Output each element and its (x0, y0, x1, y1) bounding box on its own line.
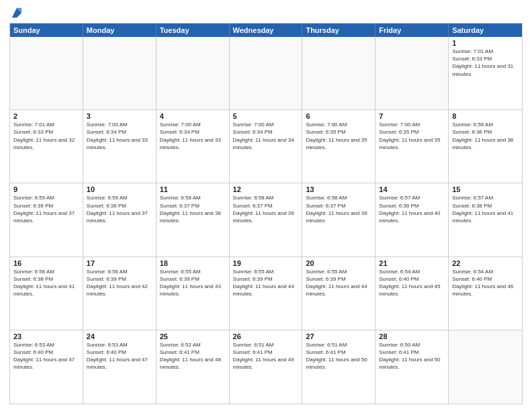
day-number: 23 (13, 332, 79, 340)
day-number: 17 (87, 259, 152, 267)
cell-info: Sunrise: 7:01 AM Sunset: 6:33 PM Dayligh… (13, 121, 79, 151)
calendar-cell: 5Sunrise: 7:00 AM Sunset: 6:34 PM Daylig… (230, 110, 303, 183)
calendar-cell: 20Sunrise: 6:55 AM Sunset: 6:39 PM Dayli… (302, 257, 375, 330)
cell-info: Sunrise: 6:59 AM Sunset: 6:36 PM Dayligh… (87, 194, 152, 224)
day-number: 7 (379, 112, 445, 120)
day-number: 15 (452, 185, 519, 193)
calendar-cell: 2Sunrise: 7:01 AM Sunset: 6:33 PM Daylig… (10, 110, 83, 183)
day-number: 22 (452, 259, 519, 267)
day-number: 4 (160, 112, 226, 120)
day-number: 28 (379, 332, 445, 340)
cell-info: Sunrise: 7:00 AM Sunset: 6:34 PM Dayligh… (87, 121, 152, 151)
calendar-cell: 22Sunrise: 6:54 AM Sunset: 6:40 PM Dayli… (449, 257, 522, 330)
calendar-cell: 15Sunrise: 6:57 AM Sunset: 6:38 PM Dayli… (449, 183, 522, 256)
cell-info: Sunrise: 6:50 AM Sunset: 6:41 PM Dayligh… (379, 341, 445, 371)
header-day-saturday: Saturday (449, 24, 522, 37)
day-number: 26 (233, 332, 299, 340)
cell-info: Sunrise: 6:59 AM Sunset: 6:36 PM Dayligh… (13, 194, 79, 224)
logo-icon (11, 7, 23, 19)
calendar-cell: 8Sunrise: 6:59 AM Sunset: 6:36 PM Daylig… (449, 110, 522, 183)
day-number: 14 (379, 185, 445, 193)
calendar: SundayMondayTuesdayWednesdayThursdayFrid… (9, 23, 523, 404)
calendar-row-3: 16Sunrise: 6:56 AM Sunset: 6:38 PM Dayli… (10, 257, 522, 330)
cell-info: Sunrise: 6:57 AM Sunset: 6:38 PM Dayligh… (452, 194, 519, 224)
day-number: 5 (233, 112, 299, 120)
calendar-cell: 27Sunrise: 6:51 AM Sunset: 6:41 PM Dayli… (302, 330, 375, 404)
cell-info: Sunrise: 6:53 AM Sunset: 6:40 PM Dayligh… (13, 341, 79, 371)
day-number: 8 (452, 112, 519, 120)
header-day-sunday: Sunday (10, 24, 83, 37)
day-number: 13 (306, 185, 371, 193)
calendar-body: 1Sunrise: 7:01 AM Sunset: 6:33 PM Daylig… (10, 37, 522, 404)
header (9, 7, 523, 19)
header-day-tuesday: Tuesday (157, 24, 230, 37)
calendar-cell (230, 37, 303, 109)
day-number: 3 (87, 112, 152, 120)
cell-info: Sunrise: 6:51 AM Sunset: 6:41 PM Dayligh… (306, 341, 371, 371)
calendar-cell: 1Sunrise: 7:01 AM Sunset: 6:33 PM Daylig… (449, 37, 522, 109)
calendar-cell: 14Sunrise: 6:57 AM Sunset: 6:38 PM Dayli… (375, 183, 449, 256)
cell-info: Sunrise: 7:00 AM Sunset: 6:34 PM Dayligh… (233, 121, 299, 151)
calendar-cell (83, 37, 157, 109)
logo (9, 7, 23, 19)
calendar-cell: 17Sunrise: 6:56 AM Sunset: 6:39 PM Dayli… (83, 257, 157, 330)
cell-info: Sunrise: 6:55 AM Sunset: 6:39 PM Dayligh… (306, 268, 371, 298)
calendar-cell: 21Sunrise: 6:54 AM Sunset: 6:40 PM Dayli… (375, 257, 449, 330)
day-number: 2 (13, 112, 79, 120)
day-number: 1 (452, 39, 519, 47)
cell-info: Sunrise: 6:54 AM Sunset: 6:40 PM Dayligh… (452, 268, 519, 298)
calendar-cell: 9Sunrise: 6:59 AM Sunset: 6:36 PM Daylig… (10, 183, 83, 256)
cell-info: Sunrise: 6:53 AM Sunset: 6:40 PM Dayligh… (87, 341, 152, 371)
calendar-cell (375, 37, 449, 109)
header-day-wednesday: Wednesday (230, 24, 303, 37)
calendar-cell (302, 37, 375, 109)
day-number: 27 (306, 332, 371, 340)
cell-info: Sunrise: 6:52 AM Sunset: 6:41 PM Dayligh… (160, 341, 226, 371)
cell-info: Sunrise: 7:00 AM Sunset: 6:35 PM Dayligh… (379, 121, 445, 151)
calendar-cell: 11Sunrise: 6:58 AM Sunset: 6:37 PM Dayli… (157, 183, 230, 256)
day-number: 21 (379, 259, 445, 267)
cell-info: Sunrise: 6:58 AM Sunset: 6:37 PM Dayligh… (306, 194, 371, 224)
header-day-thursday: Thursday (302, 24, 375, 37)
cell-info: Sunrise: 6:58 AM Sunset: 6:37 PM Dayligh… (233, 194, 299, 224)
calendar-cell: 13Sunrise: 6:58 AM Sunset: 6:37 PM Dayli… (302, 183, 375, 256)
day-number: 16 (13, 259, 79, 267)
calendar-cell: 12Sunrise: 6:58 AM Sunset: 6:37 PM Dayli… (230, 183, 303, 256)
calendar-cell: 23Sunrise: 6:53 AM Sunset: 6:40 PM Dayli… (10, 330, 83, 404)
day-number: 19 (233, 259, 299, 267)
calendar-cell (10, 37, 83, 109)
calendar-cell: 24Sunrise: 6:53 AM Sunset: 6:40 PM Dayli… (83, 330, 157, 404)
calendar-header: SundayMondayTuesdayWednesdayThursdayFrid… (10, 24, 522, 37)
cell-info: Sunrise: 7:00 AM Sunset: 6:34 PM Dayligh… (160, 121, 226, 151)
calendar-cell: 16Sunrise: 6:56 AM Sunset: 6:38 PM Dayli… (10, 257, 83, 330)
calendar-cell: 4Sunrise: 7:00 AM Sunset: 6:34 PM Daylig… (157, 110, 230, 183)
cell-info: Sunrise: 6:54 AM Sunset: 6:40 PM Dayligh… (379, 268, 445, 298)
day-number: 10 (87, 185, 152, 193)
calendar-row-4: 23Sunrise: 6:53 AM Sunset: 6:40 PM Dayli… (10, 330, 522, 404)
day-number: 18 (160, 259, 226, 267)
cell-info: Sunrise: 7:01 AM Sunset: 6:33 PM Dayligh… (452, 48, 519, 78)
cell-info: Sunrise: 6:58 AM Sunset: 6:37 PM Dayligh… (160, 194, 226, 224)
day-number: 6 (306, 112, 371, 120)
calendar-row-1: 2Sunrise: 7:01 AM Sunset: 6:33 PM Daylig… (10, 110, 522, 183)
calendar-cell: 25Sunrise: 6:52 AM Sunset: 6:41 PM Dayli… (157, 330, 230, 404)
calendar-cell: 26Sunrise: 6:51 AM Sunset: 6:41 PM Dayli… (230, 330, 303, 404)
calendar-cell: 3Sunrise: 7:00 AM Sunset: 6:34 PM Daylig… (83, 110, 157, 183)
day-number: 25 (160, 332, 226, 340)
cell-info: Sunrise: 6:56 AM Sunset: 6:38 PM Dayligh… (13, 268, 79, 298)
cell-info: Sunrise: 6:57 AM Sunset: 6:38 PM Dayligh… (379, 194, 445, 224)
calendar-cell: 28Sunrise: 6:50 AM Sunset: 6:41 PM Dayli… (375, 330, 449, 404)
day-number: 11 (160, 185, 226, 193)
calendar-cell: 18Sunrise: 6:55 AM Sunset: 6:39 PM Dayli… (157, 257, 230, 330)
calendar-cell: 19Sunrise: 6:55 AM Sunset: 6:39 PM Dayli… (230, 257, 303, 330)
calendar-cell: 7Sunrise: 7:00 AM Sunset: 6:35 PM Daylig… (375, 110, 449, 183)
cell-info: Sunrise: 6:55 AM Sunset: 6:39 PM Dayligh… (160, 268, 226, 298)
cell-info: Sunrise: 6:56 AM Sunset: 6:39 PM Dayligh… (87, 268, 152, 298)
calendar-cell: 6Sunrise: 7:00 AM Sunset: 6:35 PM Daylig… (302, 110, 375, 183)
calendar-cell (157, 37, 230, 109)
calendar-row-0: 1Sunrise: 7:01 AM Sunset: 6:33 PM Daylig… (10, 37, 522, 110)
calendar-cell: 10Sunrise: 6:59 AM Sunset: 6:36 PM Dayli… (83, 183, 157, 256)
day-number: 12 (233, 185, 299, 193)
day-number: 9 (13, 185, 79, 193)
cell-info: Sunrise: 7:00 AM Sunset: 6:35 PM Dayligh… (306, 121, 371, 151)
